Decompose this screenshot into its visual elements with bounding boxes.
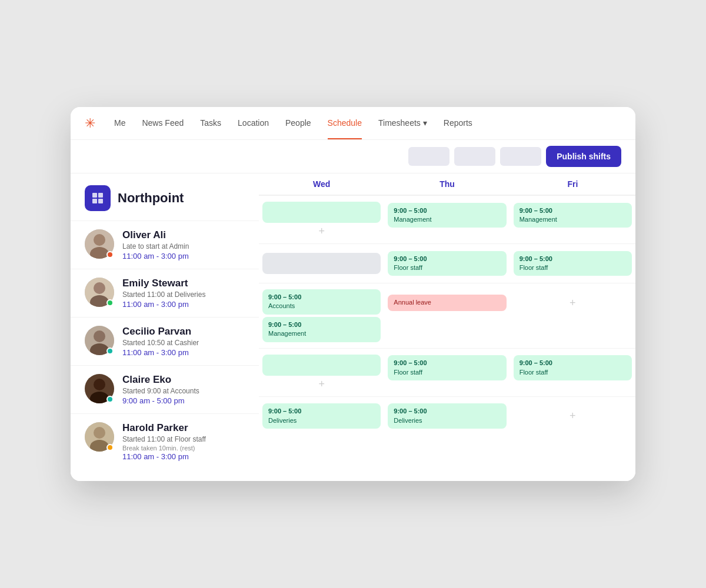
app-container: ✳ Me News Feed Tasks Location People Sch… — [71, 107, 635, 481]
avatar-wrap — [85, 374, 114, 403]
nav-tasks[interactable]: Tasks — [200, 108, 221, 139]
nav-people[interactable]: People — [285, 108, 311, 139]
add-shift-button[interactable]: + — [570, 410, 576, 422]
shift-time: 9:00 – 5:00 — [268, 293, 375, 302]
nav-me[interactable]: Me — [114, 108, 125, 139]
status-dot-teal — [106, 348, 114, 355]
svg-point-11 — [94, 330, 105, 342]
location-name: Northpoint — [118, 191, 184, 206]
location-icon — [85, 185, 111, 211]
schedule-cell: 9:00 – 5:00 Management — [384, 201, 509, 230]
employee-status: Started 11:00 at Deliveries — [122, 290, 245, 299]
shift-label: Accounts — [268, 302, 375, 310]
shift-time: 9:00 – 5:00 — [268, 320, 375, 329]
nav-timesheets[interactable]: Timesheets ▾ — [378, 108, 427, 139]
day-fri: Fri — [510, 179, 635, 189]
schedule-cell: 9:00 – 5:00 Floor staff — [384, 249, 509, 278]
list-item: Harold Parker Started 11:00 at Floor sta… — [71, 413, 259, 469]
list-item: Oliver Ali Late to start at Admin 11:00 … — [71, 220, 259, 269]
shift-card[interactable] — [262, 355, 381, 376]
shift-label: Deliveries — [268, 416, 375, 425]
employee-status: Started 10:50 at Cashier — [122, 339, 245, 347]
schedule-cell: Annual leave — [384, 288, 509, 318]
status-dot-green — [106, 299, 114, 306]
employee-time: 11:00 am - 3:00 pm — [122, 252, 245, 260]
toolbar-btn-3[interactable] — [500, 147, 541, 166]
employee-time: 9:00 am - 5:00 pm — [122, 396, 245, 405]
shift-card-leave[interactable]: Annual leave — [388, 295, 506, 310]
svg-rect-3 — [98, 199, 103, 203]
shift-card[interactable] — [262, 253, 381, 274]
chevron-down-icon: ▾ — [423, 118, 427, 128]
shift-card[interactable]: 9:00 – 5:00 Deliveries — [388, 403, 506, 429]
schedule-row: + 9:00 – 5:00 Floor staff 9:00 – 5:00 Fl… — [259, 348, 635, 396]
add-shift-button[interactable]: + — [570, 297, 576, 309]
toolbar-btn-2[interactable] — [454, 147, 495, 166]
employee-name: Oliver Ali — [122, 229, 245, 241]
nav-location[interactable]: Location — [238, 108, 269, 139]
shift-time: 9:00 – 5:00 — [519, 359, 626, 368]
employee-status: Started 9:00 at Accounts — [122, 387, 245, 395]
shift-label: Deliveries — [394, 416, 500, 425]
employee-info: Oliver Ali Late to start at Admin 11:00 … — [122, 229, 245, 260]
add-shift-button[interactable]: + — [318, 378, 325, 390]
schedule-panel: Wed Thu Fri + 9:00 – 5:00 Management — [259, 173, 635, 481]
shift-card[interactable]: 9:00 – 5:00 Floor staff — [388, 251, 506, 276]
location-header: Northpoint — [71, 185, 259, 220]
app-logo: ✳ — [85, 116, 95, 131]
employee-time: 11:00 am - 3:00 pm — [122, 452, 245, 461]
schedule-row: 9:00 – 5:00 Floor staff 9:00 – 5:00 Floo… — [259, 243, 635, 283]
shift-card[interactable]: 9:00 – 5:00 Floor staff — [388, 355, 506, 380]
publish-shifts-button[interactable]: Publish shifts — [546, 146, 621, 167]
shift-card[interactable]: 9:00 – 5:00 Management — [262, 317, 381, 342]
shift-time: 9:00 – 5:00 — [394, 359, 500, 368]
shift-label: Annual leave — [394, 298, 500, 307]
shift-time: 9:00 – 5:00 — [394, 206, 500, 215]
nav-schedule[interactable]: Schedule — [328, 108, 362, 139]
employee-info: Emily Stewart Started 11:00 at Deliverie… — [122, 278, 245, 309]
svg-point-5 — [94, 234, 105, 246]
employee-list: Oliver Ali Late to start at Admin 11:00 … — [71, 220, 259, 469]
shift-card[interactable] — [262, 202, 381, 223]
schedule-cell: + — [510, 288, 635, 318]
left-panel: Northpoint — [71, 173, 259, 481]
day-thu: Thu — [384, 179, 509, 189]
schedule-cell: 9:00 – 5:00 Accounts 9:00 – 5:00 Managem… — [259, 288, 384, 343]
add-shift-button[interactable]: + — [318, 225, 325, 238]
double-shift: 9:00 – 5:00 Accounts 9:00 – 5:00 Managem… — [262, 289, 381, 342]
list-item: Claire Eko Started 9:00 at Accounts 9:00… — [71, 365, 259, 413]
shift-label: Management — [394, 215, 500, 224]
nav-newsfeed[interactable]: News Feed — [142, 108, 184, 139]
employee-name: Harold Parker — [122, 422, 245, 434]
main-content: Northpoint — [71, 173, 635, 481]
employee-info: Harold Parker Started 11:00 at Floor sta… — [122, 422, 245, 461]
shift-card[interactable]: 9:00 – 5:00 Deliveries — [262, 403, 381, 429]
shift-card[interactable]: 9:00 – 5:00 Management — [514, 203, 632, 228]
shift-label: Floor staff — [394, 368, 500, 377]
shift-time: 9:00 – 5:00 — [268, 407, 375, 416]
svg-point-17 — [94, 427, 105, 439]
shift-card[interactable]: 9:00 – 5:00 Floor staff — [514, 251, 632, 276]
schedule-cell: 9:00 – 5:00 Deliveries — [384, 402, 509, 431]
svg-rect-2 — [92, 199, 97, 203]
nav-reports[interactable]: Reports — [444, 108, 472, 139]
shift-card[interactable]: 9:00 – 5:00 Floor staff — [514, 355, 632, 380]
schedule-row: 9:00 – 5:00 Accounts 9:00 – 5:00 Managem… — [259, 283, 635, 348]
shift-time: 9:00 – 5:00 — [519, 206, 626, 215]
toolbar-btn-1[interactable] — [408, 147, 449, 166]
svg-point-14 — [94, 379, 105, 390]
avatar-wrap — [85, 229, 114, 259]
schedule-cell: + — [510, 402, 635, 431]
main-nav: ✳ Me News Feed Tasks Location People Sch… — [71, 107, 635, 140]
shift-label: Floor staff — [394, 263, 500, 272]
shift-time: 9:00 – 5:00 — [394, 255, 500, 263]
employee-name: Claire Eko — [122, 374, 245, 386]
schedule-cell: 9:00 – 5:00 Deliveries — [259, 402, 384, 431]
schedule-cell: 9:00 – 5:00 Floor staff — [510, 353, 635, 383]
schedule-cell — [259, 249, 384, 278]
shift-card[interactable]: 9:00 – 5:00 Accounts — [262, 289, 381, 315]
shift-time: 9:00 – 5:00 — [519, 255, 626, 263]
shift-card[interactable]: 9:00 – 5:00 Management — [388, 203, 506, 228]
employee-info: Claire Eko Started 9:00 at Accounts 9:00… — [122, 374, 245, 405]
svg-rect-1 — [98, 193, 103, 198]
